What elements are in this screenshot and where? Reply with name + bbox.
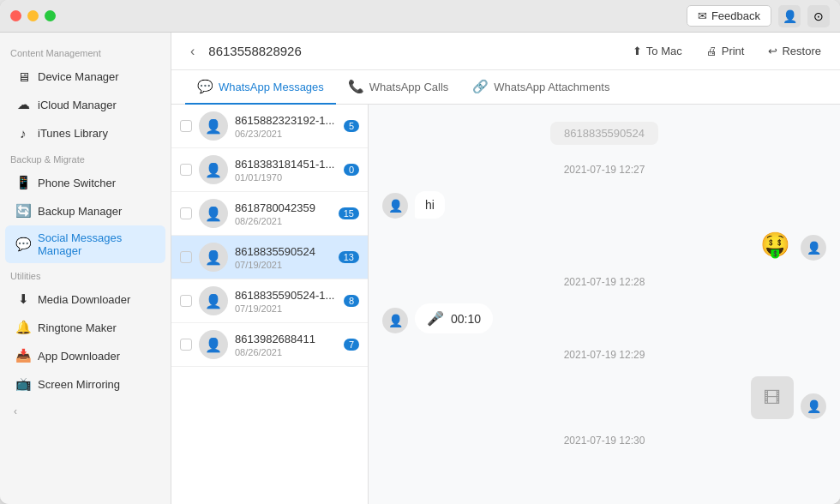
contact-checkbox[interactable] bbox=[180, 120, 192, 132]
sidebar-item-icloud-manager[interactable]: ☁ iCloud Manager bbox=[5, 91, 165, 118]
contact-date: 01/01/1970 bbox=[235, 172, 337, 183]
print-icon: 🖨 bbox=[706, 45, 717, 57]
contact-checkbox[interactable] bbox=[180, 251, 192, 263]
avatar: 👤 bbox=[199, 330, 228, 359]
maximize-button[interactable] bbox=[45, 10, 56, 21]
sidebar-item-label: Screen Mirroring bbox=[38, 378, 120, 391]
restore-icon: ↩ bbox=[768, 45, 777, 57]
backup-icon: 🔄 bbox=[15, 203, 31, 219]
message-avatar: 👤 bbox=[382, 193, 408, 219]
sidebar-item-ringtone-maker[interactable]: 🔔 Ringtone Maker bbox=[5, 314, 165, 341]
list-item[interactable]: 👤 8618780042359 08/26/2021 15 bbox=[171, 192, 368, 236]
icloud-icon: ☁ bbox=[15, 97, 31, 112]
contact-header: ‹ 8613558828926 ⬆ To Mac 🖨 Print ↩ Resto… bbox=[171, 33, 840, 70]
feedback-button[interactable]: ✉ Feedback bbox=[687, 5, 771, 27]
contact-info: 8615882323192-1... 06/23/2021 bbox=[235, 114, 337, 139]
device-manager-icon: 🖥 bbox=[15, 69, 31, 84]
contact-date: 06/23/2021 bbox=[235, 129, 337, 139]
print-label: Print bbox=[722, 45, 745, 57]
contact-name: 8615882323192-1... bbox=[235, 114, 337, 127]
app-window: ✉ Feedback 👤 ⊙ Content Management 🖥 Devi… bbox=[0, 0, 840, 504]
sidebar-item-media-downloader[interactable]: ⬇ Media Downloader bbox=[5, 285, 165, 313]
sidebar-item-device-manager[interactable]: 🖥 Device Manager bbox=[5, 63, 165, 90]
sidebar-item-label: iCloud Manager bbox=[38, 99, 117, 111]
contact-info: 8618780042359 08/26/2021 bbox=[235, 201, 332, 226]
contact-number: 8613558828926 bbox=[208, 44, 619, 58]
app-downloader-icon: 📥 bbox=[15, 348, 31, 363]
user-icon[interactable]: 👤 bbox=[778, 5, 801, 27]
whatsapp-messages-icon: 💬 bbox=[197, 79, 213, 94]
emoji-bubble: 🤑 bbox=[757, 229, 794, 261]
right-panel: ‹ 8613558828926 ⬆ To Mac 🖨 Print ↩ Resto… bbox=[171, 33, 840, 504]
voice-duration: 00:10 bbox=[451, 312, 481, 326]
sidebar-item-label: iTunes Library bbox=[38, 127, 108, 140]
contact-date: 08/26/2021 bbox=[235, 216, 332, 226]
list-item[interactable]: 👤 8618835590524-1... 07/19/2021 8 bbox=[171, 279, 368, 323]
sidebar-item-label: Social Messages Manager bbox=[38, 231, 155, 257]
restore-button[interactable]: ↩ Restore bbox=[763, 41, 826, 61]
timestamp: 2021-07-19 12:30 bbox=[382, 435, 826, 447]
message-avatar: 👤 bbox=[382, 308, 408, 333]
content-area: 👤 8615882323192-1... 06/23/2021 5 👤 8618… bbox=[171, 105, 840, 504]
contact-info: 8613982688411 08/26/2021 bbox=[235, 333, 337, 357]
avatar: 👤 bbox=[199, 199, 228, 228]
contact-checkbox[interactable] bbox=[180, 339, 192, 351]
message-count-badge: 15 bbox=[339, 207, 359, 219]
avatar: 👤 bbox=[199, 155, 228, 184]
timestamp: 2021-07-19 12:29 bbox=[382, 349, 826, 361]
message-avatar: 👤 bbox=[801, 393, 826, 419]
contact-checkbox[interactable] bbox=[180, 295, 192, 307]
avatar: 👤 bbox=[199, 243, 228, 272]
utilities-section: Utilities bbox=[0, 264, 171, 285]
tab-whatsapp-calls[interactable]: 📞 WhatsApp Calls bbox=[336, 70, 460, 105]
sidebar-item-itunes-library[interactable]: ♪ iTunes Library bbox=[5, 119, 165, 147]
list-item[interactable]: 👤 8615882323192-1... 06/23/2021 5 bbox=[171, 105, 368, 148]
backup-migrate-section: Backup & Migrate bbox=[0, 147, 171, 168]
print-button[interactable]: 🖨 Print bbox=[701, 41, 750, 61]
tab-whatsapp-attachments[interactable]: 🔗 WhatsApp Attachments bbox=[460, 70, 621, 105]
social-messages-icon: 💬 bbox=[15, 237, 31, 252]
sidebar-item-phone-switcher[interactable]: 📱 Phone Switcher bbox=[5, 169, 165, 196]
content-management-section: Content Management bbox=[0, 41, 171, 62]
microphone-icon: 🎤 bbox=[427, 310, 444, 327]
tabs-bar: 💬 WhatsApp Messages 📞 WhatsApp Calls 🔗 W… bbox=[171, 70, 840, 105]
profile-icon[interactable]: ⊙ bbox=[807, 5, 830, 27]
sidebar-item-app-downloader[interactable]: 📥 App Downloader bbox=[5, 342, 165, 369]
itunes-icon: ♪ bbox=[15, 125, 31, 141]
contact-info: 8618835590524 07/19/2021 bbox=[235, 245, 332, 270]
contact-checkbox[interactable] bbox=[180, 207, 192, 219]
sidebar-item-social-messages[interactable]: 💬 Social Messages Manager bbox=[5, 225, 165, 263]
back-button[interactable]: ‹ bbox=[185, 42, 200, 61]
traffic-lights bbox=[10, 10, 56, 21]
message-count-badge: 5 bbox=[344, 120, 359, 132]
minimize-button[interactable] bbox=[27, 10, 39, 21]
message-row: 👤 hi bbox=[382, 191, 826, 219]
list-item[interactable]: 👤 8613982688411 08/26/2021 7 bbox=[171, 323, 368, 367]
sidebar-item-label: Backup Manager bbox=[38, 205, 122, 218]
sidebar-item-backup-manager[interactable]: 🔄 Backup Manager bbox=[5, 197, 165, 225]
close-button[interactable] bbox=[10, 10, 21, 21]
main-content: Content Management 🖥 Device Manager ☁ iC… bbox=[0, 33, 840, 504]
to-mac-button[interactable]: ⬆ To Mac bbox=[627, 41, 687, 61]
list-item[interactable]: 👤 8618383181451-1... 01/01/1970 0 bbox=[171, 148, 368, 192]
message-row: 👤 🎤 00:10 bbox=[382, 303, 826, 333]
list-item[interactable]: 👤 8618835590524 07/19/2021 13 bbox=[171, 236, 368, 279]
header-actions: ⬆ To Mac 🖨 Print ↩ Restore bbox=[627, 41, 826, 61]
tab-label: WhatsApp Calls bbox=[369, 81, 448, 93]
message-count-badge: 7 bbox=[344, 339, 359, 351]
media-bubble: 🎞 bbox=[751, 376, 794, 419]
tab-whatsapp-messages[interactable]: 💬 WhatsApp Messages bbox=[185, 70, 336, 105]
feedback-label: Feedback bbox=[711, 9, 760, 22]
contact-checkbox[interactable] bbox=[180, 164, 192, 176]
sidebar: Content Management 🖥 Device Manager ☁ iC… bbox=[0, 33, 171, 504]
media-downloader-icon: ⬇ bbox=[15, 291, 31, 307]
sidebar-item-screen-mirroring[interactable]: 📺 Screen Mirroring bbox=[5, 370, 165, 398]
contact-info: 8618383181451-1... 01/01/1970 bbox=[235, 158, 337, 183]
sidebar-collapse-btn[interactable]: ‹ bbox=[5, 401, 26, 422]
chat-phone-label: 8618835590524 bbox=[550, 122, 658, 145]
contact-info: 8618835590524-1... 07/19/2021 bbox=[235, 289, 337, 314]
chat-area: 8618835590524 2021-07-19 12:27 👤 hi 🤑 👤 bbox=[369, 105, 840, 504]
timestamp: 2021-07-19 12:28 bbox=[382, 276, 826, 288]
sidebar-item-label: App Downloader bbox=[38, 350, 120, 363]
phone-switcher-icon: 📱 bbox=[15, 175, 31, 190]
